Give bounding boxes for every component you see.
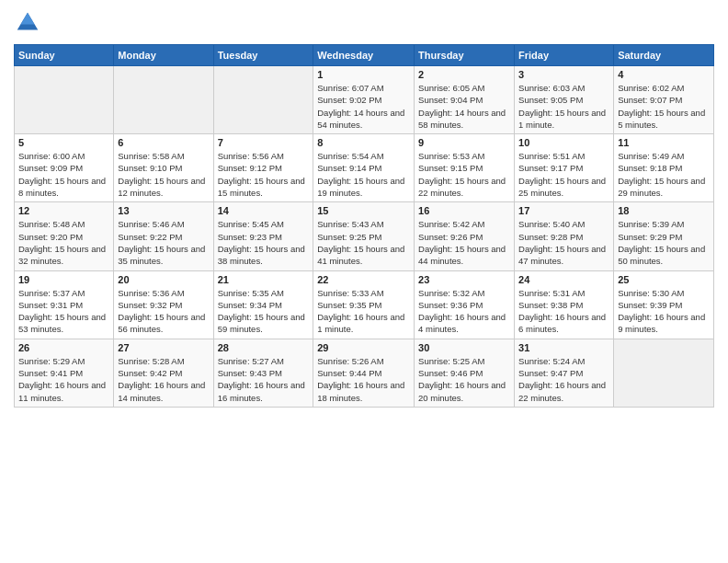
day-number: 18 <box>618 205 710 216</box>
calendar-cell: 26Sunrise: 5:29 AMSunset: 9:41 PMDayligh… <box>15 339 114 407</box>
calendar-cell: 1Sunrise: 6:07 AMSunset: 9:02 PMDaylight… <box>313 66 415 134</box>
day-number: 1 <box>317 69 410 80</box>
day-number: 8 <box>317 137 410 148</box>
calendar-cell: 23Sunrise: 5:32 AMSunset: 9:36 PMDayligh… <box>415 270 515 339</box>
day-number: 14 <box>218 205 310 216</box>
day-number: 12 <box>18 205 109 216</box>
calendar-cell: 18Sunrise: 5:39 AMSunset: 9:29 PMDayligh… <box>614 202 714 270</box>
calendar-cell: 20Sunrise: 5:36 AMSunset: 9:32 PMDayligh… <box>114 270 213 339</box>
day-info: Sunrise: 5:33 AMSunset: 9:35 PMDaylight:… <box>317 287 410 336</box>
day-number: 28 <box>218 342 310 353</box>
day-number: 9 <box>418 137 510 148</box>
day-info: Sunrise: 5:58 AMSunset: 9:10 PMDaylight:… <box>118 150 209 199</box>
weekday-header: Tuesday <box>213 45 313 66</box>
day-number: 17 <box>518 205 609 216</box>
calendar-cell: 22Sunrise: 5:33 AMSunset: 9:35 PMDayligh… <box>313 270 415 339</box>
weekday-header: Thursday <box>415 45 515 66</box>
day-info: Sunrise: 6:05 AMSunset: 9:04 PMDaylight:… <box>418 82 510 131</box>
calendar-cell: 7Sunrise: 5:56 AMSunset: 9:12 PMDaylight… <box>213 134 313 202</box>
day-info: Sunrise: 5:28 AMSunset: 9:42 PMDaylight:… <box>118 355 209 404</box>
weekday-row: SundayMondayTuesdayWednesdayThursdayFrid… <box>15 45 714 66</box>
calendar-cell: 31Sunrise: 5:24 AMSunset: 9:47 PMDayligh… <box>515 339 614 407</box>
calendar-cell: 6Sunrise: 5:58 AMSunset: 9:10 PMDaylight… <box>114 134 213 202</box>
calendar-cell: 30Sunrise: 5:25 AMSunset: 9:46 PMDayligh… <box>415 339 515 407</box>
day-number: 4 <box>618 69 710 80</box>
day-number: 3 <box>518 69 609 80</box>
day-info: Sunrise: 5:43 AMSunset: 9:25 PMDaylight:… <box>317 218 410 267</box>
day-info: Sunrise: 5:49 AMSunset: 9:18 PMDaylight:… <box>618 150 710 199</box>
calendar-cell <box>213 66 313 134</box>
day-info: Sunrise: 5:54 AMSunset: 9:14 PMDaylight:… <box>317 150 410 199</box>
calendar-week-row: 5Sunrise: 6:00 AMSunset: 9:09 PMDaylight… <box>15 134 714 202</box>
calendar-cell <box>15 66 114 134</box>
calendar-week-row: 1Sunrise: 6:07 AMSunset: 9:02 PMDaylight… <box>15 66 714 134</box>
calendar-cell: 14Sunrise: 5:45 AMSunset: 9:23 PMDayligh… <box>213 202 313 270</box>
day-info: Sunrise: 5:51 AMSunset: 9:17 PMDaylight:… <box>518 150 609 199</box>
day-info: Sunrise: 5:48 AMSunset: 9:20 PMDaylight:… <box>18 218 109 267</box>
day-info: Sunrise: 5:40 AMSunset: 9:28 PMDaylight:… <box>518 218 609 267</box>
logo-icon <box>14 9 41 37</box>
day-info: Sunrise: 5:30 AMSunset: 9:39 PMDaylight:… <box>618 287 710 336</box>
calendar-cell: 2Sunrise: 6:05 AMSunset: 9:04 PMDaylight… <box>415 66 515 134</box>
calendar-cell <box>614 339 714 407</box>
calendar-cell: 27Sunrise: 5:28 AMSunset: 9:42 PMDayligh… <box>114 339 213 407</box>
calendar-table: SundayMondayTuesdayWednesdayThursdayFrid… <box>14 44 714 408</box>
day-number: 21 <box>218 274 310 285</box>
calendar-cell: 8Sunrise: 5:54 AMSunset: 9:14 PMDaylight… <box>313 134 415 202</box>
day-info: Sunrise: 5:39 AMSunset: 9:29 PMDaylight:… <box>618 218 710 267</box>
weekday-header: Friday <box>515 45 614 66</box>
day-info: Sunrise: 5:37 AMSunset: 9:31 PMDaylight:… <box>18 287 109 336</box>
calendar-cell: 24Sunrise: 5:31 AMSunset: 9:38 PMDayligh… <box>515 270 614 339</box>
calendar-cell: 28Sunrise: 5:27 AMSunset: 9:43 PMDayligh… <box>213 339 313 407</box>
calendar-week-row: 19Sunrise: 5:37 AMSunset: 9:31 PMDayligh… <box>15 270 714 339</box>
day-info: Sunrise: 6:02 AMSunset: 9:07 PMDaylight:… <box>618 82 710 131</box>
day-number: 31 <box>518 342 609 353</box>
day-info: Sunrise: 5:27 AMSunset: 9:43 PMDaylight:… <box>218 355 310 404</box>
day-info: Sunrise: 5:32 AMSunset: 9:36 PMDaylight:… <box>418 287 510 336</box>
day-number: 10 <box>518 137 609 148</box>
svg-marker-1 <box>21 13 35 25</box>
day-number: 27 <box>118 342 209 353</box>
day-info: Sunrise: 5:25 AMSunset: 9:46 PMDaylight:… <box>418 355 510 404</box>
day-number: 5 <box>18 137 109 148</box>
day-number: 2 <box>418 69 510 80</box>
day-info: Sunrise: 5:31 AMSunset: 9:38 PMDaylight:… <box>518 287 609 336</box>
calendar-cell: 21Sunrise: 5:35 AMSunset: 9:34 PMDayligh… <box>213 270 313 339</box>
day-number: 24 <box>518 274 609 285</box>
day-number: 19 <box>18 274 109 285</box>
page-container: SundayMondayTuesdayWednesdayThursdayFrid… <box>0 0 728 417</box>
weekday-header: Sunday <box>15 45 114 66</box>
calendar-week-row: 26Sunrise: 5:29 AMSunset: 9:41 PMDayligh… <box>15 339 714 407</box>
logo <box>14 9 45 37</box>
calendar-cell: 17Sunrise: 5:40 AMSunset: 9:28 PMDayligh… <box>515 202 614 270</box>
calendar-cell: 29Sunrise: 5:26 AMSunset: 9:44 PMDayligh… <box>313 339 415 407</box>
calendar-cell: 9Sunrise: 5:53 AMSunset: 9:15 PMDaylight… <box>415 134 515 202</box>
day-info: Sunrise: 5:46 AMSunset: 9:22 PMDaylight:… <box>118 218 209 267</box>
day-number: 23 <box>418 274 510 285</box>
day-number: 7 <box>218 137 310 148</box>
calendar-cell: 25Sunrise: 5:30 AMSunset: 9:39 PMDayligh… <box>614 270 714 339</box>
day-info: Sunrise: 5:35 AMSunset: 9:34 PMDaylight:… <box>218 287 310 336</box>
calendar-cell: 4Sunrise: 6:02 AMSunset: 9:07 PMDaylight… <box>614 66 714 134</box>
day-number: 30 <box>418 342 510 353</box>
day-number: 20 <box>118 274 209 285</box>
day-number: 22 <box>317 274 410 285</box>
calendar-cell: 11Sunrise: 5:49 AMSunset: 9:18 PMDayligh… <box>614 134 714 202</box>
day-info: Sunrise: 5:45 AMSunset: 9:23 PMDaylight:… <box>218 218 310 267</box>
calendar-cell: 3Sunrise: 6:03 AMSunset: 9:05 PMDaylight… <box>515 66 614 134</box>
day-number: 15 <box>317 205 410 216</box>
calendar-cell: 16Sunrise: 5:42 AMSunset: 9:26 PMDayligh… <box>415 202 515 270</box>
calendar-header: SundayMondayTuesdayWednesdayThursdayFrid… <box>15 45 714 66</box>
calendar-body: 1Sunrise: 6:07 AMSunset: 9:02 PMDaylight… <box>15 66 714 408</box>
day-number: 29 <box>317 342 410 353</box>
day-info: Sunrise: 6:07 AMSunset: 9:02 PMDaylight:… <box>317 82 410 131</box>
day-number: 16 <box>418 205 510 216</box>
calendar-cell: 15Sunrise: 5:43 AMSunset: 9:25 PMDayligh… <box>313 202 415 270</box>
weekday-header: Monday <box>114 45 213 66</box>
calendar-cell: 10Sunrise: 5:51 AMSunset: 9:17 PMDayligh… <box>515 134 614 202</box>
day-info: Sunrise: 5:36 AMSunset: 9:32 PMDaylight:… <box>118 287 209 336</box>
calendar-cell <box>114 66 213 134</box>
calendar-cell: 5Sunrise: 6:00 AMSunset: 9:09 PMDaylight… <box>15 134 114 202</box>
day-info: Sunrise: 5:29 AMSunset: 9:41 PMDaylight:… <box>18 355 109 404</box>
header <box>14 9 714 37</box>
